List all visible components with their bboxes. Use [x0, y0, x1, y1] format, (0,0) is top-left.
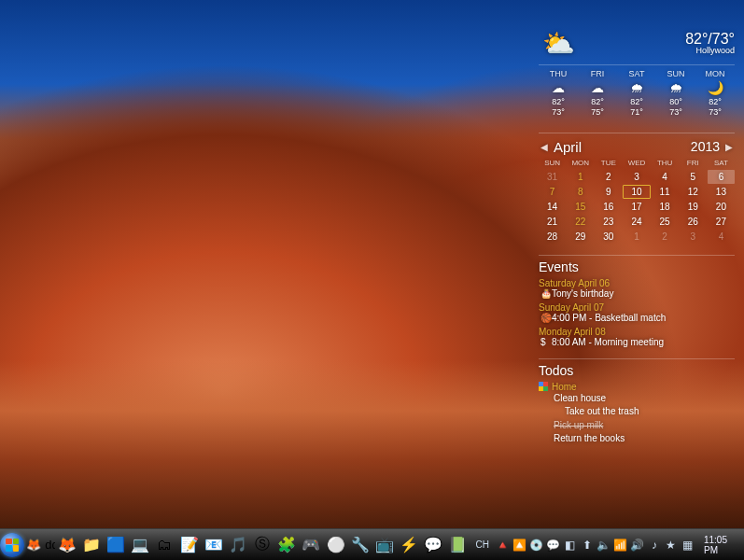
weather-now-temp: 82°/73°	[685, 31, 735, 48]
tray-icon[interactable]: 💿	[528, 539, 545, 552]
calendar-dow: TUE	[595, 159, 622, 169]
event-item[interactable]: 🎂Tony's birthday	[539, 288, 735, 299]
taskbar-app[interactable]: 🎮	[300, 532, 322, 558]
calendar-day[interactable]: 24	[623, 215, 650, 229]
taskbar-app[interactable]: 📧	[203, 532, 225, 558]
tray-icon[interactable]: 🔺	[495, 539, 512, 552]
weather-widget[interactable]: ⛅ 82°/73° Hollywood THU☁82°73°FRI☁82°75°…	[539, 28, 735, 121]
event-item[interactable]: 🏀4:00 PM - Basketball match	[539, 313, 735, 323]
calendar-day[interactable]: 29	[567, 230, 594, 244]
taskbar-app[interactable]: ⚡	[398, 532, 420, 558]
forecast-icon: ☁	[578, 80, 617, 97]
tray-icon[interactable]: 🔼	[512, 539, 528, 552]
taskbar-app[interactable]: 🎵	[227, 532, 249, 558]
tray-icon[interactable]: 💬	[545, 539, 562, 552]
calendar-day[interactable]: 27	[708, 215, 735, 229]
calendar-day[interactable]: 22	[567, 215, 594, 229]
taskbar-app[interactable]: 📗	[446, 532, 469, 558]
taskbar-app[interactable]: 🦊	[56, 532, 78, 558]
event-icon: 🏀	[540, 313, 552, 323]
tray-icon[interactable]: 📶	[612, 539, 629, 552]
taskbar-app[interactable]: 💬	[422, 532, 444, 558]
calendar-day[interactable]: 11	[652, 185, 679, 199]
forecast-day[interactable]: FRI☁82°75°	[578, 69, 617, 118]
tray-icon[interactable]: ⬆	[579, 539, 596, 552]
taskbar-app[interactable]: 🟦	[105, 532, 127, 558]
forecast-day[interactable]: MON🌙82°73°	[695, 69, 735, 118]
calendar-day[interactable]: 8	[567, 185, 594, 199]
todos-widget[interactable]: Todos Home Clean houseTake out the trash…	[539, 358, 735, 446]
calendar-day[interactable]: 7	[539, 185, 566, 199]
quicklaunch-item[interactable]: dd	[44, 532, 54, 558]
todo-item[interactable]: Clean house	[539, 392, 735, 406]
calendar-day[interactable]: 16	[595, 200, 622, 214]
forecast-day[interactable]: THU☁82°73°	[539, 69, 578, 118]
calendar-day[interactable]: 25	[652, 215, 679, 229]
calendar-day[interactable]: 20	[708, 200, 735, 214]
tray-icon[interactable]: 🔈	[596, 539, 612, 552]
start-button[interactable]	[0, 529, 24, 560]
forecast-icon: 🌧	[617, 80, 656, 97]
calendar-day[interactable]: 12	[680, 185, 707, 199]
taskbar-app[interactable]: 📝	[177, 532, 200, 558]
forecast-day[interactable]: SUN🌧80°73°	[656, 69, 695, 118]
tray-icon[interactable]: ♪	[646, 539, 663, 552]
calendar-day[interactable]: 1	[567, 170, 594, 184]
event-icon: $	[540, 337, 552, 347]
taskbar-app[interactable]: Ⓢ	[251, 532, 274, 558]
calendar-day[interactable]: 21	[539, 215, 566, 229]
taskbar-app[interactable]: 📺	[373, 532, 396, 558]
todo-item[interactable]: Return the books	[539, 432, 735, 446]
taskbar-clock[interactable]: 11:05 PM	[696, 535, 737, 555]
calendar-day[interactable]: 23	[595, 215, 622, 229]
quicklaunch-item[interactable]: 🦊	[25, 532, 42, 558]
calendar-day[interactable]: 28	[539, 230, 566, 244]
calendar-day[interactable]: 2	[595, 170, 622, 184]
calendar-day[interactable]: 6	[708, 170, 735, 184]
calendar-day[interactable]: 14	[539, 200, 566, 214]
calendar-day[interactable]: 4	[708, 230, 735, 244]
tray-icon[interactable]: ▦	[680, 539, 696, 552]
todo-item[interactable]: Pick up milk	[539, 419, 735, 433]
language-indicator[interactable]: CH	[470, 539, 495, 550]
event-item[interactable]: $8:00 AM - Morning meeting	[539, 337, 735, 347]
taskbar-app[interactable]: 📁	[80, 532, 103, 558]
tray-icon[interactable]: ◧	[562, 539, 579, 552]
forecast-icon: ☁	[539, 80, 578, 97]
taskbar-app[interactable]: 💻	[129, 532, 151, 558]
forecast-day[interactable]: SAT🌧82°71°	[617, 69, 656, 118]
taskbar-app[interactable]: 🔧	[349, 532, 372, 558]
windows-logo-icon	[0, 533, 24, 557]
calendar-dow: SAT	[708, 159, 735, 169]
calendar-day[interactable]: 19	[680, 200, 707, 214]
calendar-month: April	[554, 139, 582, 155]
calendar-day[interactable]: 1	[623, 230, 650, 244]
calendar-day[interactable]: 15	[567, 200, 594, 214]
events-widget[interactable]: Events Saturday April 06🎂Tony's birthday…	[539, 255, 735, 347]
calendar-day[interactable]: 3	[623, 170, 650, 184]
event-date: Monday April 08	[539, 327, 735, 337]
calendar-day[interactable]: 5	[680, 170, 707, 184]
calendar-day[interactable]: 13	[708, 185, 735, 199]
calendar-prev-button[interactable]: ◀	[539, 142, 550, 152]
calendar-day[interactable]: 10	[623, 185, 650, 199]
taskbar-app[interactable]: 🗂	[153, 532, 175, 558]
calendar-day[interactable]: 3	[680, 230, 707, 244]
calendar-day[interactable]: 4	[652, 170, 679, 184]
calendar-widget[interactable]: ◀ April 2013 ▶ SUNMONTUEWEDTHUFRISAT3112…	[539, 133, 735, 244]
calendar-day[interactable]: 30	[595, 230, 622, 244]
calendar-day[interactable]: 18	[652, 200, 679, 214]
tray-icon[interactable]: ★	[663, 539, 680, 552]
calendar-day[interactable]: 26	[680, 215, 707, 229]
tray-icon[interactable]: 🔊	[629, 539, 646, 552]
calendar-day[interactable]: 2	[652, 230, 679, 244]
taskbar-app[interactable]: 🧩	[275, 532, 298, 558]
calendar-day[interactable]: 17	[623, 200, 650, 214]
calendar-day[interactable]: 31	[539, 170, 566, 184]
taskbar-app[interactable]: ⚪	[324, 532, 346, 558]
todo-item[interactable]: Take out the trash	[539, 405, 735, 419]
forecast-high: 82°	[695, 97, 735, 107]
calendar-day[interactable]: 9	[595, 185, 622, 199]
calendar-next-button[interactable]: ▶	[723, 142, 735, 152]
event-date: Saturday April 06	[539, 278, 735, 288]
